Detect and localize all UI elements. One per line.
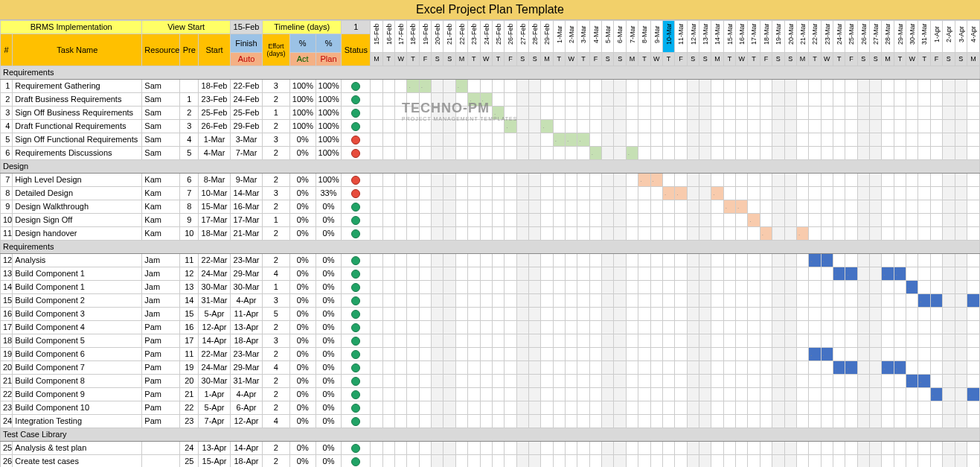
cell-task[interactable]: Create test cases <box>13 455 142 468</box>
cell-num[interactable]: 22 <box>1 388 13 401</box>
cell-pre[interactable]: 11 <box>180 348 199 361</box>
cell-pre[interactable]: 15 <box>180 308 199 321</box>
cell-plan[interactable]: 0% <box>316 415 342 428</box>
cell-start[interactable]: 17-Mar <box>199 214 231 227</box>
cell-task[interactable]: Build Component 2 <box>13 294 142 308</box>
task-row[interactable]: 19Build Component 6Pam1122-Mar23-Mar20%0… <box>1 348 980 361</box>
timeline-step[interactable]: 1 <box>342 21 371 34</box>
cell-finish[interactable]: 13-Apr <box>231 321 263 334</box>
cell-finish[interactable]: 22-Feb <box>231 80 263 93</box>
cell-pre[interactable]: 23 <box>180 415 199 428</box>
cell-start[interactable]: 7-Apr <box>199 415 231 428</box>
cell-eff[interactable]: 2 <box>263 388 290 401</box>
cell-num[interactable]: 1 <box>1 80 13 93</box>
cell-res[interactable]: Pam <box>142 401 180 415</box>
cell-eff[interactable]: 3 <box>263 294 290 308</box>
cell-pre[interactable]: 25 <box>180 455 199 468</box>
cell-eff[interactable]: 2 <box>263 321 290 334</box>
cell-eff[interactable]: 2 <box>263 254 290 267</box>
cell-task[interactable]: Build Component 1 <box>13 281 142 294</box>
cell-plan[interactable]: 33% <box>316 187 342 200</box>
cell-num[interactable]: 25 <box>1 442 13 455</box>
cell-act[interactable]: 0% <box>289 174 316 187</box>
cell-task[interactable]: Build Component 3 <box>13 308 142 321</box>
cell-finish[interactable]: 18-Apr <box>231 455 263 468</box>
cell-res[interactable]: Sam <box>142 93 180 107</box>
task-row[interactable]: 21Build Component 8Pam2030-Mar31-Mar20%0… <box>1 375 980 388</box>
cell-res[interactable]: Jam <box>142 308 180 321</box>
cell-num[interactable]: 4 <box>1 120 13 133</box>
cell-plan[interactable]: 100% <box>316 147 342 160</box>
cell-eff[interactable]: 2 <box>263 442 290 455</box>
view-start-date[interactable]: 15-Feb <box>231 21 263 34</box>
cell-res[interactable]: Pam <box>142 348 180 361</box>
cell-task[interactable]: Build Component 10 <box>13 401 142 415</box>
cell-plan[interactable]: 0% <box>316 375 342 388</box>
cell-start[interactable]: 14-Apr <box>199 334 231 348</box>
cell-res[interactable]: Jam <box>142 281 180 294</box>
cell-act[interactable]: 0% <box>289 455 316 468</box>
cell-eff[interactable]: 4 <box>263 415 290 428</box>
cell-finish[interactable]: 6-Apr <box>231 401 263 415</box>
cell-start[interactable]: 8-Mar <box>199 174 231 187</box>
cell-eff[interactable]: 2 <box>263 401 290 415</box>
cell-finish[interactable]: 4-Apr <box>231 388 263 401</box>
cell-pre[interactable]: 17 <box>180 334 199 348</box>
cell-finish[interactable]: 7-Mar <box>231 147 263 160</box>
cell-act[interactable]: 0% <box>289 147 316 160</box>
cell-eff[interactable]: 4 <box>263 267 290 281</box>
cell-plan[interactable]: 0% <box>316 254 342 267</box>
cell-res[interactable]: Sam <box>142 133 180 147</box>
cell-start[interactable]: 22-Mar <box>199 254 231 267</box>
cell-res[interactable]: Pam <box>142 415 180 428</box>
cell-task[interactable]: Build Component 7 <box>13 361 142 375</box>
cell-pre[interactable]: 9 <box>180 214 199 227</box>
cell-task[interactable]: Design handover <box>13 227 142 241</box>
task-row[interactable]: 22Build Component 9Pam211-Apr4-Apr20%0% <box>1 388 980 401</box>
cell-num[interactable]: 13 <box>1 267 13 281</box>
task-row[interactable]: 10Design Sign OffKam917-Mar17-Mar10%0% <box>1 214 980 227</box>
cell-task[interactable]: Design Walkthrough <box>13 200 142 214</box>
cell-eff[interactable]: 2 <box>263 348 290 361</box>
task-row[interactable]: 24Integration TestingPam237-Apr12-Apr40%… <box>1 415 980 428</box>
task-row[interactable]: 9Design WalkthroughKam815-Mar16-Mar20%0% <box>1 200 980 214</box>
cell-start[interactable]: 15-Apr <box>199 455 231 468</box>
cell-act[interactable]: 0% <box>289 214 316 227</box>
cell-start[interactable]: 23-Feb <box>199 93 231 107</box>
cell-task[interactable]: Draft Business Requirements <box>13 93 142 107</box>
cell-eff[interactable]: 4 <box>263 361 290 375</box>
cell-plan[interactable]: 0% <box>316 401 342 415</box>
cell-res[interactable] <box>142 442 180 455</box>
cell-eff[interactable]: 2 <box>263 227 290 241</box>
cell-eff[interactable]: 1 <box>263 281 290 294</box>
task-row[interactable]: 15Build Component 2Jam1431-Mar4-Apr30%0% <box>1 294 980 308</box>
task-row[interactable]: 26Create test cases2515-Apr18-Apr20%0% <box>1 455 980 468</box>
cell-start[interactable]: 18-Feb <box>199 80 231 93</box>
cell-finish[interactable]: 25-Feb <box>231 107 263 120</box>
cell-act[interactable]: 0% <box>289 294 316 308</box>
cell-eff[interactable]: 2 <box>263 147 290 160</box>
task-row[interactable]: 13Build Component 1Jam1224-Mar29-Mar40%0… <box>1 267 980 281</box>
task-row[interactable]: 1Requirement GatheringSam18-Feb22-Feb310… <box>1 80 980 93</box>
cell-num[interactable]: 11 <box>1 227 13 241</box>
cell-task[interactable]: Build Component 9 <box>13 388 142 401</box>
cell-eff[interactable]: 2 <box>263 174 290 187</box>
cell-act[interactable]: 0% <box>289 267 316 281</box>
cell-finish[interactable]: 30-Mar <box>231 281 263 294</box>
cell-res[interactable]: Jam <box>142 267 180 281</box>
cell-finish[interactable]: 21-Mar <box>231 227 263 241</box>
cell-start[interactable]: 12-Apr <box>199 321 231 334</box>
cell-act[interactable]: 0% <box>289 187 316 200</box>
cell-pre[interactable]: 24 <box>180 442 199 455</box>
task-row[interactable]: 17Build Component 4Pam1612-Apr13-Apr20%0… <box>1 321 980 334</box>
cell-act[interactable]: 0% <box>289 200 316 214</box>
cell-num[interactable]: 17 <box>1 321 13 334</box>
cell-act[interactable]: 0% <box>289 415 316 428</box>
cell-plan[interactable]: 100% <box>316 80 342 93</box>
cell-plan[interactable]: 100% <box>316 133 342 147</box>
cell-start[interactable]: 13-Apr <box>199 442 231 455</box>
cell-plan[interactable]: 100% <box>316 107 342 120</box>
task-row[interactable]: 11Design handoverKam1018-Mar21-Mar20%0% <box>1 227 980 241</box>
cell-num[interactable]: 23 <box>1 401 13 415</box>
cell-act[interactable]: 0% <box>289 133 316 147</box>
